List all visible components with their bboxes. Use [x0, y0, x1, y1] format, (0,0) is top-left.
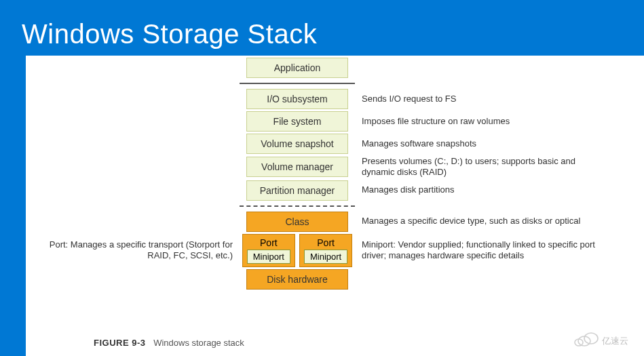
svg-point-1 [584, 333, 598, 344]
layer-partition-manager: Partition manager Manages disk partition… [26, 180, 644, 201]
desc-miniport-right: Miniport: Vendor supplied; functionally … [355, 239, 599, 262]
layer-volume-manager: Volume manager Presents volumes (C:, D:)… [26, 156, 644, 178]
box-application: Application [246, 58, 348, 78]
box-partition-manager: Partition manager [246, 180, 348, 201]
box-miniport-1: Miniport [247, 250, 290, 264]
box-miniport-2: Miniport [304, 250, 347, 264]
figure-number: FIGURE 9-3 [94, 338, 146, 348]
desc-file-system: Imposes file structure on raw volumes [355, 116, 599, 127]
box-disk-hardware: Disk hardware [246, 269, 348, 290]
watermark-text: 亿速云 [601, 336, 628, 346]
layer-file-system: File system Imposes file structure on ra… [26, 111, 644, 132]
desc-volume-snapshot: Manages software snapshots [355, 138, 599, 149]
desc-volume-manager: Presents volumes (C:, D:) to users; supp… [355, 156, 599, 178]
layer-io-subsystem: I/O subsystem Sends I/O request to FS [26, 89, 644, 109]
box-file-system: File system [246, 111, 348, 132]
desc-class: Manages a specific device type, such as … [355, 216, 599, 226]
slide-title: Windows Storage Stack [0, 0, 644, 50]
box-class: Class [246, 212, 348, 232]
box-port-1: Port Miniport [242, 234, 295, 267]
cloud-icon: 亿速云 [572, 329, 633, 351]
solid-separator [240, 83, 355, 84]
slide: Windows Storage Stack Application I/O su… [0, 0, 644, 356]
diagram: Application I/O subsystem Sends I/O requ… [26, 56, 644, 292]
desc-partition-manager: Manages disk partitions [355, 184, 599, 195]
figure-text: Windows storage stack [153, 338, 244, 348]
box-volume-snapshot: Volume snapshot [246, 134, 348, 154]
box-io-subsystem: I/O subsystem [246, 89, 348, 109]
dashed-separator [240, 205, 355, 207]
layer-volume-snapshot: Volume snapshot Manages software snapsho… [26, 134, 644, 154]
separator-dashed [26, 203, 644, 210]
layer-disk-hardware: Disk hardware [26, 269, 644, 290]
box-volume-manager: Volume manager [246, 157, 348, 177]
desc-io-subsystem: Sends I/O request to FS [355, 94, 599, 104]
port-label-1: Port [247, 237, 290, 248]
layer-application: Application [26, 58, 644, 78]
separator-solid-1 [26, 80, 644, 87]
desc-port-left: Port: Manages a specific transport (Stor… [26, 239, 240, 262]
content-area: Application I/O subsystem Sends I/O requ… [26, 56, 644, 356]
watermark-logo: 亿速云 [572, 329, 633, 351]
layer-port-miniport: Port: Manages a specific transport (Stor… [26, 234, 644, 267]
figure-caption: FIGURE 9-3 Windows storage stack [94, 338, 244, 348]
layer-class: Class Manages a specific device type, su… [26, 212, 644, 232]
port-label-2: Port [304, 237, 347, 248]
box-port-2: Port Miniport [299, 234, 352, 267]
